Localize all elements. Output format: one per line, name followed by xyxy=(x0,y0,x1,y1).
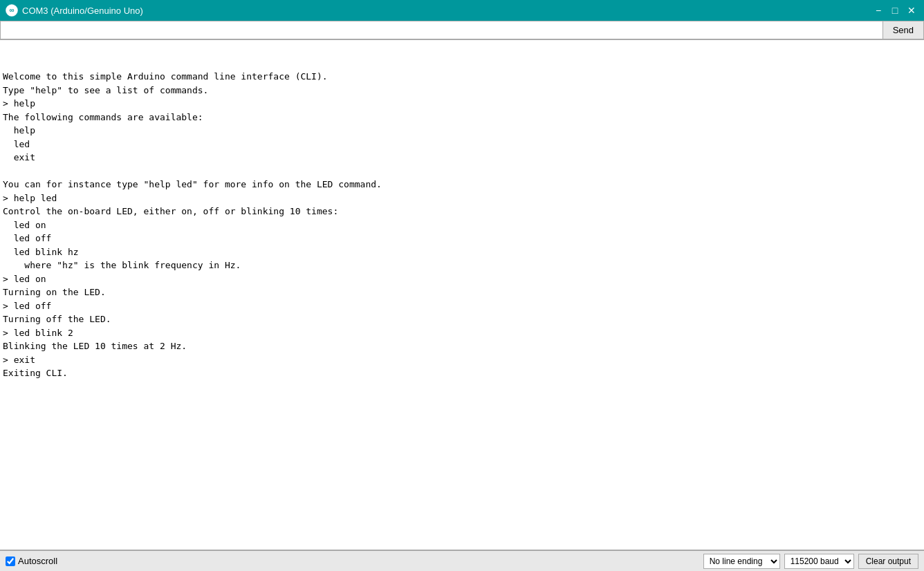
output-text: Welcome to this simple Arduino command l… xyxy=(3,70,921,380)
output-area: Welcome to this simple Arduino command l… xyxy=(0,40,924,550)
autoscroll-checkbox[interactable] xyxy=(6,556,15,566)
title-bar: ∞ COM3 (Arduino/Genuino Uno) − □ ✕ xyxy=(0,0,924,21)
minimize-button[interactable]: − xyxy=(871,3,885,17)
title-bar-controls: − □ ✕ xyxy=(871,3,918,17)
maximize-button[interactable]: □ xyxy=(888,3,902,17)
baud-rate-select[interactable]: 300 baud 1200 baud 2400 baud 4800 baud 9… xyxy=(784,554,854,569)
svg-text:∞: ∞ xyxy=(9,6,14,14)
close-button[interactable]: ✕ xyxy=(905,3,918,17)
line-ending-select[interactable]: No line ending Newline Carriage return B… xyxy=(703,554,780,569)
main-content: Send Welcome to this simple Arduino comm… xyxy=(0,21,924,550)
title-bar-left: ∞ COM3 (Arduino/Genuino Uno) xyxy=(6,4,143,17)
status-bar: Autoscroll No line ending Newline Carria… xyxy=(0,550,924,571)
clear-output-button[interactable]: Clear output xyxy=(858,554,918,569)
autoscroll-label[interactable]: Autoscroll xyxy=(6,556,57,566)
status-bar-right: No line ending Newline Carriage return B… xyxy=(703,554,918,569)
send-button[interactable]: Send xyxy=(883,21,924,39)
window-title: COM3 (Arduino/Genuino Uno) xyxy=(22,6,143,16)
command-input[interactable] xyxy=(0,21,883,39)
autoscroll-text: Autoscroll xyxy=(18,556,57,566)
input-bar: Send xyxy=(0,21,924,40)
arduino-logo-icon: ∞ xyxy=(6,4,18,17)
status-bar-left: Autoscroll xyxy=(6,556,57,566)
